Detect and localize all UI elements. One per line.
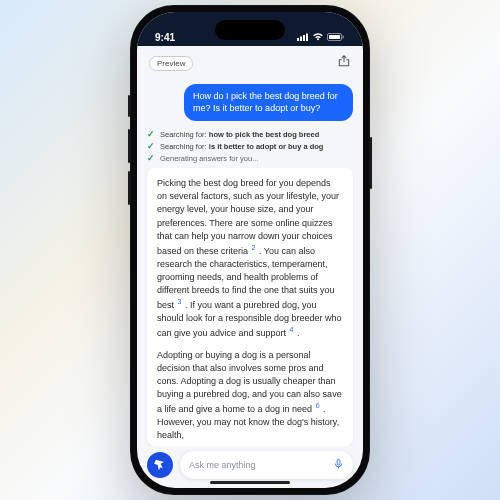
status-row: ✓ Searching for: how to pick the best do… (147, 130, 353, 139)
preview-badge: Preview (149, 56, 193, 71)
citation[interactable]: 6 (315, 402, 321, 409)
svg-rect-1 (300, 37, 302, 42)
top-bar: Preview (137, 46, 363, 80)
side-button (128, 171, 130, 205)
citation[interactable]: 2 (251, 244, 257, 251)
side-button (128, 129, 130, 163)
answer-text: . If you want a purebred dog, you should… (157, 300, 342, 338)
wifi-icon (312, 32, 324, 43)
svg-rect-5 (329, 35, 340, 39)
status-generating: Generating answers for you... (160, 154, 258, 163)
answer-text: Adopting or buying a dog is a personal d… (157, 350, 342, 414)
phone-frame: 9:41 Preview How do I pick the best dog … (130, 5, 370, 495)
citation[interactable]: 3 (177, 298, 183, 305)
status-prefix: Searching for: (160, 142, 207, 151)
search-status-list: ✓ Searching for: how to pick the best do… (147, 130, 353, 163)
battery-icon (327, 32, 345, 43)
citation[interactable]: 4 (289, 326, 295, 333)
user-message-bubble: How do I pick the best dog breed for me?… (184, 84, 353, 121)
assistant-answer: Picking the best dog breed for you depen… (147, 168, 353, 446)
new-topic-button[interactable] (147, 452, 173, 478)
screen: 9:41 Preview How do I pick the best dog … (137, 12, 363, 488)
answer-text: . (297, 328, 300, 338)
status-row: ✓ Generating answers for you... (147, 154, 353, 163)
ask-placeholder: Ask me anything (189, 460, 333, 470)
svg-rect-2 (303, 35, 305, 41)
ask-input[interactable]: Ask me anything (180, 451, 353, 479)
answer-text: Picking the best dog breed for you depen… (157, 178, 339, 255)
clock: 9:41 (155, 32, 175, 43)
check-icon: ✓ (147, 142, 155, 151)
status-prefix: Searching for: (160, 130, 207, 139)
svg-rect-0 (297, 38, 299, 41)
svg-rect-3 (306, 34, 308, 42)
chat-area: How do I pick the best dog breed for me?… (137, 80, 363, 446)
share-icon[interactable] (337, 54, 351, 72)
svg-rect-7 (337, 459, 340, 465)
status-term: how to pick the best dog breed (209, 130, 319, 139)
home-indicator[interactable] (210, 481, 290, 484)
status-term: is it better to adopt or buy a dog (209, 142, 324, 151)
dynamic-island (215, 20, 285, 40)
side-button (370, 137, 372, 189)
status-row: ✓ Searching for: is it better to adopt o… (147, 142, 353, 151)
signal-icon (297, 32, 309, 43)
check-icon: ✓ (147, 130, 155, 139)
check-icon: ✓ (147, 154, 155, 163)
svg-rect-6 (343, 36, 344, 39)
side-button (128, 95, 130, 117)
mic-icon[interactable] (333, 457, 344, 474)
